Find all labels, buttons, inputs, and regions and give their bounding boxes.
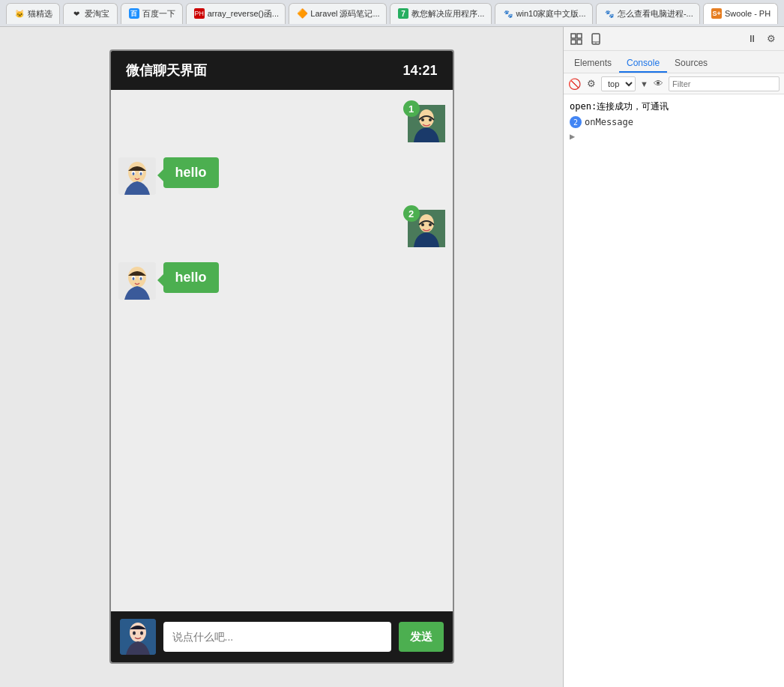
svg-point-19: [139, 277, 142, 280]
svg-point-3: [429, 118, 432, 121]
bubble-1: hello: [163, 157, 219, 188]
svg-point-2: [421, 118, 424, 121]
message-row-4: hello: [118, 262, 445, 300]
wechat-header: 微信聊天界面 14:21: [111, 51, 453, 90]
footer-avatar: [120, 619, 156, 655]
tab-5-favicon: 🔶: [297, 8, 307, 19]
tab-4[interactable]: PH array_reverse()函...: [186, 3, 286, 24]
tab-console[interactable]: Console: [619, 55, 667, 73]
svg-point-23: [140, 632, 143, 635]
tab-6[interactable]: 7 教您解决应用程序...: [390, 3, 492, 24]
context-selector[interactable]: top: [601, 76, 636, 91]
right-avatar-wrap-1: 1: [408, 105, 445, 142]
console-line-3[interactable]: ▶: [570, 130, 778, 143]
wechat-footer: 发送: [111, 611, 453, 662]
tab-4-favicon: PH: [194, 8, 205, 19]
left-avatar-1: [118, 157, 156, 195]
avatar-badge-2: 2: [403, 205, 420, 222]
send-button[interactable]: 发送: [399, 622, 444, 652]
tab-9-favicon: S+: [711, 8, 722, 19]
eye-button[interactable]: 👁: [653, 76, 664, 92]
tab-3[interactable]: 百 百度一下: [121, 3, 183, 24]
message-row-1: 1: [118, 105, 445, 142]
tab-sources[interactable]: Sources: [667, 55, 715, 73]
clear-console-button[interactable]: 🚫: [568, 76, 581, 92]
svg-point-12: [421, 223, 424, 226]
chat-input[interactable]: [163, 622, 391, 652]
pause-button[interactable]: ⏸: [744, 31, 760, 47]
svg-rect-27: [577, 40, 582, 44]
tab-9[interactable]: S+ Swoole - PH: [703, 3, 778, 24]
bubble-2: hello: [163, 262, 219, 293]
right-avatar-wrap-2: 2: [408, 210, 445, 247]
browser-tab-bar: 🐱 猫精选 ❤ 爱淘宝 百 百度一下 PH array_reverse()函..…: [0, 0, 784, 27]
wechat-time: 14:21: [402, 63, 437, 79]
tab-2-favicon: ❤: [71, 8, 82, 19]
message-row-3: 2: [118, 210, 445, 247]
wechat-body: 1: [111, 90, 453, 611]
svg-point-9: [139, 172, 142, 175]
console-settings-button[interactable]: ⚙: [585, 76, 597, 92]
tab-8[interactable]: 🐾 怎么查看电脑进程-...: [596, 3, 700, 24]
console-arrow-icon[interactable]: ▶: [570, 131, 575, 142]
devtools-console-bar: 🚫 ⚙ top ▼ 👁: [564, 73, 784, 94]
console-badge-2: 2: [570, 116, 582, 128]
svg-point-8: [132, 172, 134, 175]
console-line-1: open:连接成功，可通讯: [570, 99, 778, 115]
devtools-panel: ⏸ ⚙ Elements Console Sources 🚫 ⚙ top ▼ 👁…: [563, 27, 784, 687]
devtools-toolbar: ⏸ ⚙: [564, 27, 784, 51]
console-line-2-text: onMessage: [585, 117, 633, 127]
tab-elements[interactable]: Elements: [567, 55, 619, 73]
avatar-badge-1: 1: [403, 100, 420, 117]
mobile-view-button[interactable]: [588, 31, 604, 47]
console-line-2: 2 onMessage: [570, 115, 778, 130]
devtools-console-output: open:连接成功，可通讯 2 onMessage ▶: [564, 94, 784, 687]
tab-7[interactable]: 🐾 win10家庭中文版...: [495, 3, 593, 24]
browser-content: 微信聊天界面 14:21 1: [0, 27, 563, 687]
svg-point-13: [429, 223, 432, 226]
svg-rect-24: [571, 34, 576, 38]
tab-2[interactable]: ❤ 爱淘宝: [63, 3, 117, 24]
message-row-2: hello: [118, 157, 445, 195]
left-avatar-2: [118, 262, 156, 300]
wechat-container: 微信聊天界面 14:21 1: [109, 49, 454, 664]
svg-rect-26: [571, 40, 576, 44]
tab-8-favicon: 🐾: [604, 8, 615, 19]
wechat-title: 微信聊天界面: [126, 61, 207, 79]
tab-3-favicon: 百: [129, 8, 139, 19]
svg-point-30: [595, 42, 596, 43]
tab-1[interactable]: 🐱 猫精选: [6, 3, 60, 24]
svg-point-18: [132, 277, 134, 280]
tab-5[interactable]: 🔶 Laravel 源码笔记...: [289, 3, 387, 24]
tab-6-favicon: 7: [398, 8, 408, 19]
tab-1-favicon: 🐱: [14, 8, 25, 19]
inspect-element-button[interactable]: [568, 31, 585, 47]
tab-7-favicon: 🐾: [503, 8, 513, 19]
console-line-1-text: open:连接成功，可通讯: [570, 100, 669, 113]
console-filter-input[interactable]: [669, 76, 780, 91]
settings-button[interactable]: ⚙: [763, 31, 780, 47]
svg-point-22: [133, 632, 136, 635]
svg-rect-25: [577, 34, 582, 38]
devtools-nav-tabs: Elements Console Sources: [564, 51, 784, 73]
context-dropdown-icon: ▼: [640, 79, 648, 88]
